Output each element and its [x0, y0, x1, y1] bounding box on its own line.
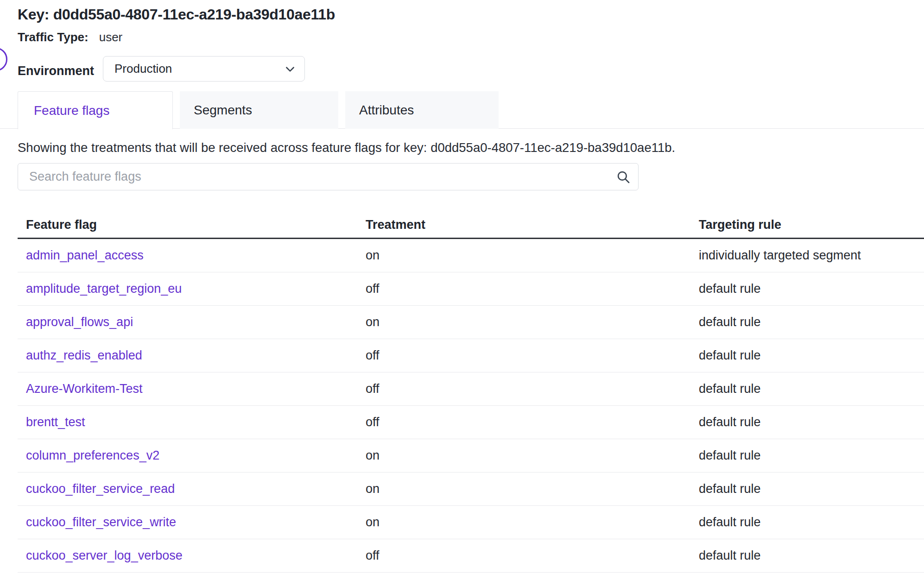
treatment-cell: on: [366, 448, 699, 463]
column-header-feature-flag: Feature flag: [26, 218, 366, 232]
targeting-rule-cell: default rule: [699, 515, 924, 530]
key-details-page: ? Key: d0dd55a0-4807-11ec-a219-ba39d10ae…: [0, 0, 924, 580]
treatment-cell: on: [366, 515, 699, 530]
table-row: column_preferences_v2 on default rule: [18, 439, 924, 473]
targeting-rule-cell: default rule: [699, 415, 924, 429]
traffic-type-value: user: [99, 30, 123, 44]
feature-flag-link[interactable]: column_preferences_v2: [26, 448, 159, 462]
feature-flag-link[interactable]: cuckoo_server_log_verbose: [26, 548, 183, 562]
targeting-rule-cell: individually targeted segment: [699, 248, 924, 263]
feature-flag-link[interactable]: Azure-Workitem-Test: [26, 382, 143, 396]
feature-flag-link[interactable]: approval_flows_api: [26, 315, 133, 329]
feature-flag-link[interactable]: cuckoo_filter_service_write: [26, 515, 176, 529]
feature-flag-link[interactable]: admin_panel_access: [26, 248, 144, 262]
targeting-rule-cell: default rule: [699, 348, 924, 363]
tab-attributes[interactable]: Attributes: [345, 91, 499, 129]
table-row: amplitude_target_region_eu off default r…: [18, 272, 924, 306]
environment-label: Environment: [18, 64, 94, 78]
targeting-rule-cell: default rule: [699, 482, 924, 496]
table-row: cuckoo_filter_service_read on default ru…: [18, 473, 924, 506]
environment-selected-value: Production: [114, 62, 172, 76]
treatment-cell: on: [366, 482, 699, 496]
treatment-cell: on: [366, 315, 699, 329]
targeting-rule-cell: default rule: [699, 448, 924, 463]
traffic-type-label: Traffic Type:: [18, 30, 89, 44]
table-row: Azure-Workitem-Test off default rule: [18, 372, 924, 406]
search-container: [18, 163, 639, 190]
feature-flag-link[interactable]: cuckoo_filter_service_read: [26, 482, 175, 496]
table-row: authz_redis_enabled off default rule: [18, 339, 924, 372]
table-row: brentt_test off default rule: [18, 406, 924, 439]
treatment-cell: off: [366, 282, 699, 296]
table-header-row: Feature flag Treatment Targeting rule: [18, 212, 924, 239]
table-row: admin_panel_access on individually targe…: [18, 239, 924, 272]
feature-flag-link[interactable]: authz_redis_enabled: [26, 348, 142, 362]
treatment-cell: off: [366, 348, 699, 363]
feature-flag-link[interactable]: brentt_test: [26, 415, 85, 429]
treatment-cell: off: [366, 415, 699, 429]
table-row: cuckoo_filter_service_write on default r…: [18, 506, 924, 539]
traffic-type-row: Traffic Type: user: [18, 30, 122, 44]
tab-feature-flags[interactable]: Feature flags: [18, 91, 173, 129]
treatment-cell: on: [366, 248, 699, 263]
chevron-down-icon: [284, 63, 296, 75]
feature-flag-link[interactable]: amplitude_target_region_eu: [26, 282, 182, 296]
treatment-cell: off: [366, 548, 699, 563]
targeting-rule-cell: default rule: [699, 548, 924, 563]
search-input[interactable]: [18, 163, 639, 190]
treatment-cell: off: [366, 382, 699, 396]
targeting-rule-cell: default rule: [699, 315, 924, 329]
table-row: cuckoo_server_log_verbose off default ru…: [18, 539, 924, 573]
column-header-treatment: Treatment: [366, 218, 699, 232]
table-body: admin_panel_access on individually targe…: [18, 239, 924, 573]
feature-flags-table: Feature flag Treatment Targeting rule ad…: [18, 212, 924, 573]
environment-row: Environment Production: [0, 56, 924, 82]
tab-bar: Feature flags Segments Attributes: [0, 91, 924, 129]
tab-segments[interactable]: Segments: [180, 91, 338, 129]
targeting-rule-cell: default rule: [699, 282, 924, 296]
column-header-targeting-rule: Targeting rule: [699, 218, 924, 232]
page-title: Key: d0dd55a0-4807-11ec-a219-ba39d10ae11…: [18, 6, 335, 23]
treatments-description: Showing the treatments that will be rece…: [18, 140, 675, 155]
table-row: approval_flows_api on default rule: [18, 306, 924, 339]
targeting-rule-cell: default rule: [699, 382, 924, 396]
environment-select[interactable]: Production: [103, 56, 305, 82]
